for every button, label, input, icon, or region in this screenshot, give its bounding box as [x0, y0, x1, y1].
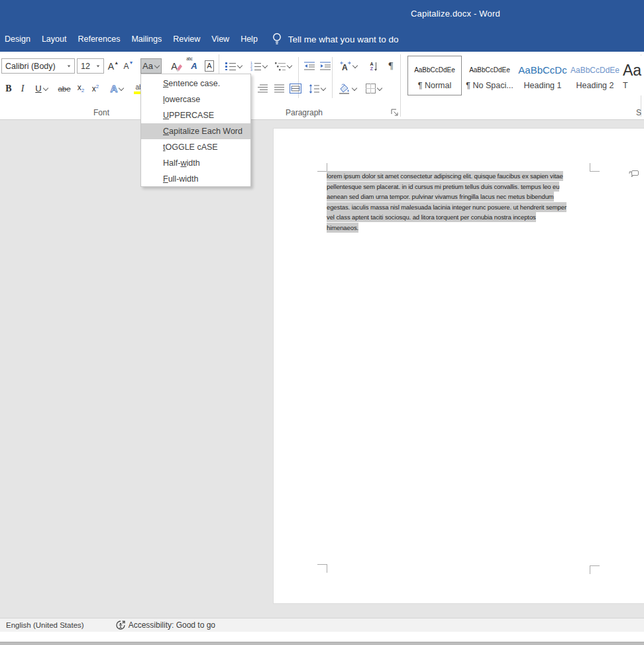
bold-button[interactable]: B — [3, 81, 15, 96]
document-title: Capitalize.docx - Word — [411, 9, 500, 19]
status-bar: English (United States) Accessibility: G… — [0, 618, 644, 632]
menu-item-sentence-case[interactable]: Sentence case. — [141, 76, 250, 91]
menu-item-capitalize-each-word[interactable]: Capitalize Each Word — [141, 123, 250, 139]
down-arrow-icon — [376, 62, 376, 70]
clear-formatting-button[interactable]: A — [169, 58, 185, 74]
font-group-label: Font — [78, 108, 125, 117]
paragraph-dialog-launcher[interactable] — [391, 109, 399, 117]
line-spacing-icon — [309, 84, 319, 93]
phonetic-guide-button[interactable]: abcA — [186, 58, 202, 74]
tab-layout[interactable]: Layout — [36, 34, 72, 44]
font-name-value: Calibri (Body) — [5, 62, 56, 71]
menu-item-half-width[interactable]: Half-width — [141, 155, 250, 171]
numbered-list-icon: 123 — [250, 62, 261, 71]
caret-down-icon: ▼ — [129, 60, 134, 65]
borders-button[interactable] — [362, 81, 386, 96]
accessibility-icon — [116, 620, 125, 630]
style-heading-2[interactable]: AaBbCcDdEe Heading 2 — [569, 56, 621, 95]
menu-item-lowercase[interactable]: lowercase — [141, 91, 250, 107]
strikethrough-button[interactable]: abe — [56, 81, 73, 96]
tab-references[interactable]: References — [72, 34, 125, 44]
increase-indent-icon — [320, 62, 331, 70]
sort-button[interactable]: AZ — [365, 58, 381, 74]
borders-grid-icon — [366, 84, 376, 93]
tab-design[interactable]: Design — [0, 34, 36, 44]
style-no-spacing[interactable]: AaBbCcDdEe ¶ No Spaci... — [463, 56, 516, 95]
paint-bucket-icon — [338, 84, 350, 94]
margin-corner-mark — [317, 163, 327, 172]
line-spacing-button[interactable] — [306, 81, 329, 96]
style-title[interactable]: Aa T — [621, 56, 644, 95]
tab-help[interactable]: Help — [235, 34, 263, 44]
dropdown-arrow-icon[interactable] — [68, 65, 71, 67]
svg-text:A: A — [342, 63, 348, 71]
increase-indent-button[interactable] — [318, 58, 333, 74]
chevron-down-icon — [321, 86, 326, 91]
multilevel-list-icon — [275, 62, 286, 71]
title-bar: Capitalize.docx - Word — [0, 0, 644, 27]
change-case-button[interactable]: Aa — [140, 58, 162, 74]
shading-button[interactable] — [335, 81, 359, 96]
style-heading-1[interactable]: AaBbCcDc Heading 1 — [516, 56, 569, 95]
menu-item-full-width[interactable]: Full-width — [141, 171, 250, 187]
show-hide-marks-button[interactable]: ¶ — [384, 58, 398, 74]
accessibility-status[interactable]: Accessibility: Good to go — [116, 620, 215, 630]
align-right-button[interactable] — [256, 81, 269, 96]
chevron-down-icon — [263, 64, 268, 68]
decrease-indent-button[interactable] — [302, 58, 317, 74]
chevron-down-icon — [288, 64, 292, 68]
taskbar-edge — [0, 642, 644, 645]
document-page[interactable]: lorem ipsum dolor sit amet consectetur a… — [273, 128, 644, 604]
tell-me-label: Tell me what you want to do — [288, 34, 399, 44]
bullet-list-icon — [225, 62, 236, 70]
caret-up-icon: ▲ — [114, 60, 119, 65]
language-status[interactable]: English (United States) — [6, 621, 84, 629]
paragraph-group-label: Paragraph — [278, 108, 331, 117]
multilevel-list-button[interactable] — [273, 58, 294, 74]
bullets-button[interactable] — [223, 58, 244, 74]
grow-font-button[interactable]: A▲ — [106, 58, 121, 74]
dropdown-arrow-icon[interactable] — [97, 65, 100, 67]
menu-item-uppercase[interactable]: UPPERCASE — [141, 107, 250, 123]
ribbon-tab-row: Design Layout References Mailings Review… — [0, 27, 644, 52]
svg-text:3: 3 — [250, 68, 252, 71]
style-normal[interactable]: AaBbCcDdEe ¶ Normal — [407, 56, 462, 95]
document-area: lorem ipsum dolor sit amet consectetur a… — [0, 119, 644, 618]
subscript-button[interactable]: x2 — [74, 81, 87, 96]
distributed-icon — [290, 84, 301, 93]
decrease-indent-icon — [304, 62, 315, 70]
chevron-down-icon — [352, 86, 357, 91]
tab-review[interactable]: Review — [168, 34, 205, 44]
tab-mailings[interactable]: Mailings — [126, 34, 167, 44]
superscript-button[interactable]: x2 — [89, 81, 102, 96]
numbering-button[interactable]: 123 — [248, 58, 270, 74]
comment-icon[interactable] — [629, 170, 639, 179]
asian-layout-icon: A — [340, 61, 351, 71]
font-size-combo[interactable]: 12 — [77, 58, 104, 74]
tell-me-box[interactable]: Tell me what you want to do — [272, 32, 399, 46]
shrink-font-button[interactable]: A▼ — [121, 58, 136, 74]
distributed-button[interactable] — [288, 81, 303, 96]
ribbon: Calibri (Body) 12 A▲ A▼ Aa A abcA A — [0, 52, 644, 119]
lightbulb-icon — [272, 32, 282, 46]
selected-paragraph[interactable]: lorem ipsum dolor sit amet consectetur a… — [327, 171, 594, 233]
menu-item-toggle-case[interactable]: tOGGLE cASE — [141, 139, 250, 155]
justify-button[interactable] — [272, 81, 286, 96]
underline-button[interactable]: U — [31, 81, 52, 96]
change-case-menu: Sentence case. lowercase UPPERCASE Capit… — [140, 74, 251, 187]
chevron-down-icon — [378, 86, 382, 91]
asian-layout-button[interactable]: A — [337, 58, 360, 74]
tab-view[interactable]: View — [206, 34, 235, 44]
margin-corner-mark — [590, 565, 600, 574]
justify-icon — [274, 84, 284, 93]
font-name-combo[interactable]: Calibri (Body) — [1, 58, 75, 74]
chevron-down-icon — [238, 64, 242, 68]
italic-button[interactable]: I — [18, 81, 27, 96]
chevron-down-icon — [155, 64, 160, 68]
word-window: Capitalize.docx - Word Design Layout Ref… — [0, 0, 644, 645]
chevron-down-icon — [119, 86, 124, 91]
character-border-button[interactable]: A — [203, 58, 216, 74]
group-separator — [400, 54, 401, 117]
styles-group-label: S — [633, 108, 644, 117]
text-effects-button[interactable]: A — [106, 81, 129, 96]
